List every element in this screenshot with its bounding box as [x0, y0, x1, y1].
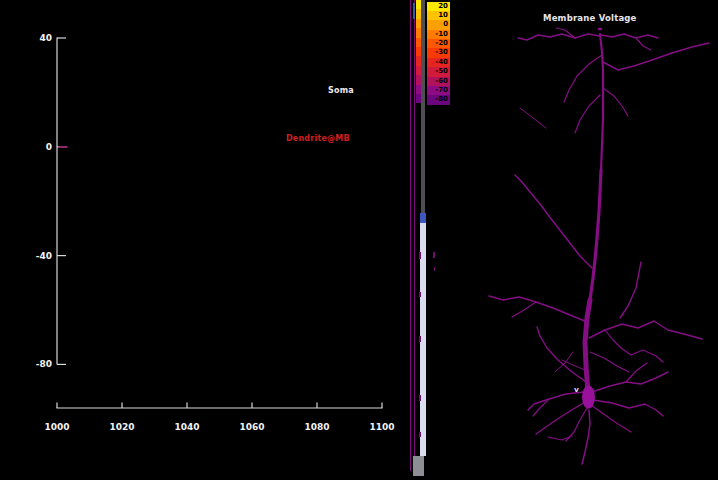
- neuron-branch: [605, 330, 663, 362]
- mini-colorbar-block: [416, 9, 421, 18]
- neuron-morphology: [450, 0, 718, 480]
- neuron-branch: [562, 360, 585, 370]
- mini-colorbar-block: [416, 56, 421, 65]
- neuron-branch: [582, 410, 590, 464]
- neuron-branch: [537, 327, 586, 382]
- neuron-branch: [601, 34, 658, 38]
- sliver-gray-strip: [421, 0, 426, 216]
- neuron-branch: [636, 38, 651, 50]
- mini-colorbar-block: [416, 19, 421, 28]
- neuron-branch: [536, 402, 585, 434]
- mini-colorbar-block: [416, 38, 421, 47]
- colorbar-entry: -50: [427, 67, 450, 76]
- sliver-dash: [434, 267, 436, 271]
- x-tick-label: 1060: [239, 422, 264, 432]
- mini-color-scale: [416, 0, 421, 103]
- neuron-branch: [591, 405, 631, 432]
- zero-tick-accent: [59, 146, 68, 148]
- voltage-color-scale[interactable]: 20100-10-20-30-40-50-60-70-80: [427, 2, 450, 105]
- colorbar-entry: -10: [427, 30, 450, 39]
- trace-label-dendrite: Dendrite@MB: [286, 134, 350, 143]
- neuron-branch: [585, 300, 590, 392]
- colorbar-entry: -70: [427, 86, 450, 95]
- neuron-branch: [489, 296, 587, 322]
- neuron-branch: [555, 352, 573, 372]
- neuron-branch: [548, 436, 572, 440]
- neuron-branch: [603, 43, 709, 70]
- y-tick-label: -80: [36, 359, 52, 369]
- sliver-blue-patch: [420, 213, 426, 223]
- neuron-branch: [520, 108, 546, 128]
- neuron-branch: [589, 321, 702, 339]
- shape-plot-window[interactable]: Membrane Voltage v: [450, 0, 718, 480]
- mini-colorbar-block: [416, 94, 421, 103]
- voltage-graph-window[interactable]: 400-40-80100010201040106010801100 Soma D…: [0, 0, 400, 445]
- colorbar-entry: -80: [427, 95, 450, 104]
- y-tick-label: -40: [36, 251, 52, 261]
- sliver-dash: [419, 252, 421, 259]
- colorbar-entry: 20: [427, 2, 450, 11]
- colorbar-entry: -40: [427, 58, 450, 67]
- mini-colorbar-block: [416, 28, 421, 37]
- soma-voltage-marker: v: [574, 385, 579, 394]
- graph-axes: 400-40-80100010201040106010801100: [0, 0, 400, 445]
- mini-colorbar-block: [416, 85, 421, 94]
- x-tick-label: 1000: [44, 422, 69, 432]
- colorbar-entry: -30: [427, 48, 450, 57]
- sliver-bottom-blob: [413, 456, 424, 476]
- neuron-branch: [512, 302, 536, 317]
- x-tick-label: 1080: [304, 422, 329, 432]
- sliver-dash: [419, 395, 421, 401]
- neuron-branch: [575, 95, 600, 133]
- neuron-branch: [603, 88, 628, 116]
- neuron-branch: [600, 34, 603, 170]
- colorbar-entry: 0: [427, 20, 450, 29]
- x-tick-label: 1100: [369, 422, 394, 432]
- mini-colorbar-block: [416, 47, 421, 56]
- mini-colorbar-block: [416, 0, 421, 9]
- sliver-light-strip: [420, 223, 425, 456]
- x-tick-label: 1040: [174, 422, 199, 432]
- neuron-branch: [518, 34, 600, 40]
- y-tick-label: 0: [46, 142, 52, 152]
- x-tick-label: 1020: [109, 422, 134, 432]
- colorbar-entry: -60: [427, 77, 450, 86]
- trace-label-soma: Soma: [328, 86, 354, 95]
- neuron-branch: [566, 408, 587, 441]
- sliver-dash: [419, 292, 421, 297]
- mini-colorbar-block: [416, 66, 421, 75]
- neuron-branch: [592, 372, 668, 392]
- neuron-branch: [515, 175, 592, 268]
- neuron-branch: [590, 352, 629, 372]
- sliver-dash: [433, 252, 435, 258]
- sliver-line-a: [410, 0, 412, 471]
- neuron-branch: [564, 55, 602, 102]
- neuron-branch: [590, 170, 601, 300]
- neuron-branch: [620, 262, 641, 318]
- neuron-simulator-screen: 400-40-80100010201040106010801100 Soma D…: [0, 0, 718, 480]
- colorbar-entry: 10: [427, 11, 450, 20]
- mini-colorbar-block: [416, 75, 421, 84]
- neuron-soma: [582, 386, 595, 409]
- y-tick-label: 40: [39, 33, 52, 43]
- colorbar-entry: -20: [427, 39, 450, 48]
- sliver-dash: [419, 336, 421, 342]
- sliver-dash: [419, 432, 421, 437]
